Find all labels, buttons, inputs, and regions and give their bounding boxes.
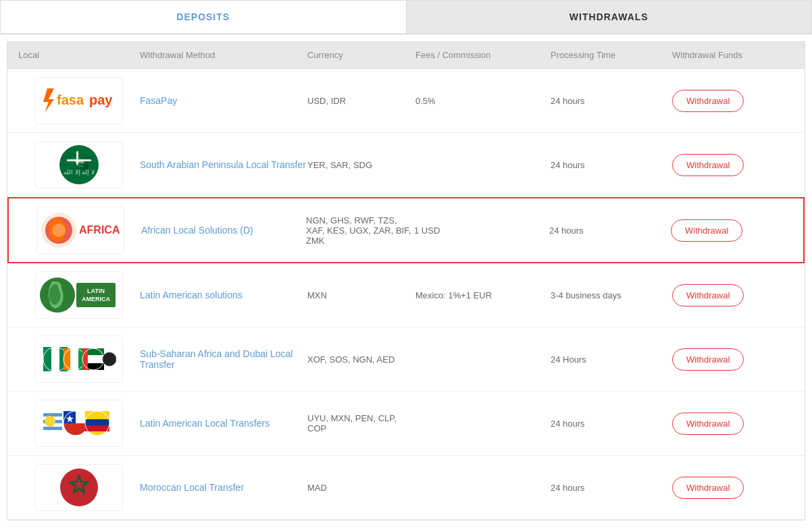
svg-rect-45 (85, 411, 109, 419)
svg-point-49 (60, 469, 98, 506)
table-row: LATIN AMERICA Latin American solutions M… (7, 263, 805, 327)
table-row: fasa pay FasaPay USD, IDR 0.5% 24 hours … (7, 69, 805, 133)
logo-cell-latin-american: LATIN AMERICA (18, 271, 140, 319)
withdrawal-button-south-arabian[interactable]: Withdrawal (672, 154, 744, 176)
table-row: Moroccan Local Transfer MAD 24 hours Wit… (7, 456, 805, 520)
tabs-container: DEPOSITS WITHDRAWALS (0, 0, 812, 34)
logo-box-sub-saharan (35, 336, 123, 383)
button-cell-moroccan: Withdrawal (672, 477, 794, 499)
logo-box-latin-local (35, 400, 123, 447)
fees-latin-american: Mexico: 1%+1 EUR (415, 290, 551, 300)
tab-withdrawals[interactable]: WITHDRAWALS (406, 0, 813, 34)
svg-rect-23 (70, 348, 78, 370)
svg-text:AFRICA: AFRICA (79, 224, 120, 236)
svg-point-10 (52, 223, 66, 237)
moroccan-flag-svg (59, 467, 99, 508)
withdrawal-button-fasapay[interactable]: Withdrawal (672, 90, 744, 112)
withdrawal-button-moroccan[interactable]: Withdrawal (672, 477, 744, 499)
header-funds: Withdrawal Funds (672, 50, 794, 60)
svg-rect-29 (88, 355, 104, 363)
svg-rect-5 (67, 159, 91, 161)
svg-text:لا إله إلا الله: لا إله إلا الله (64, 169, 95, 176)
svg-rect-37 (43, 427, 62, 430)
currency-moroccan: MAD (307, 483, 415, 493)
button-cell-sub-saharan: Withdrawal (672, 348, 794, 371)
header-processing: Processing Time (551, 50, 672, 60)
header-local: Local (18, 50, 140, 60)
table-row: 🇸🇦 لا إله إلا الله South Arabian Peninsu… (7, 133, 805, 197)
currency-african: NGN, GHS, RWF, TZS, XAF, KES, UGX, ZAR, … (306, 215, 414, 246)
svg-point-38 (45, 416, 55, 427)
svg-rect-28 (88, 348, 104, 355)
method-fasapay: FasaPay (140, 95, 307, 106)
svg-rect-30 (88, 363, 104, 370)
processing-fasapay: 24 hours (551, 96, 672, 106)
method-moroccan: Moroccan Local Transfer (140, 482, 307, 493)
svg-text:LATIN: LATIN (87, 288, 105, 294)
svg-rect-47 (85, 425, 109, 431)
withdrawal-button-sub-saharan[interactable]: Withdrawal (672, 348, 744, 371)
withdrawals-table: Local Withdrawal Method Currency Fees / … (7, 41, 805, 521)
withdrawal-button-latin-american[interactable]: Withdrawal (672, 284, 744, 307)
processing-african: 24 hours (549, 225, 671, 236)
button-cell-latin-american: Withdrawal (672, 284, 794, 307)
sub-saharan-logo-svg (42, 342, 116, 376)
african-logo-svg: AFRICA (40, 210, 121, 250)
logo-box-south-arabian: 🇸🇦 لا إله إلا الله (35, 141, 123, 188)
processing-sub-saharan: 24 Hours (551, 354, 672, 365)
svg-text:AMERICA: AMERICA (82, 296, 110, 302)
header-currency: Currency (307, 50, 415, 60)
svg-rect-17 (43, 347, 51, 371)
svg-rect-13 (76, 283, 116, 307)
method-sub-saharan: Sub-Saharan Africa and Dubai Local Trans… (140, 348, 307, 370)
logo-cell-moroccan (18, 464, 140, 511)
processing-moroccan: 24 hours (551, 483, 672, 493)
logo-cell-fasapay: fasa pay (18, 77, 140, 124)
processing-latin-local: 24 hours (551, 419, 672, 429)
fasapay-logo-svg: fasa pay (42, 87, 116, 114)
processing-south-arabian: 24 hours (551, 160, 672, 170)
header-method: Withdrawal Method (140, 50, 307, 60)
logo-cell-latin-local (18, 400, 140, 447)
header-fees: Fees / Commission (415, 50, 551, 60)
logo-box-moroccan (35, 464, 123, 511)
currency-sub-saharan: XOF, SOS, NGN, AED (307, 354, 415, 365)
svg-text:pay: pay (89, 92, 113, 107)
processing-latin-american: 3-4 business days (551, 290, 672, 300)
fees-fasapay: 0.5% (415, 96, 551, 106)
table-row: AFRICA African Local Solutions (D) NGN, … (7, 197, 805, 263)
withdrawal-button-latin-local[interactable]: Withdrawal (672, 413, 744, 435)
logo-cell-sub-saharan (18, 336, 140, 383)
tab-deposits[interactable]: DEPOSITS (0, 0, 406, 34)
button-cell-african: Withdrawal (671, 219, 792, 242)
svg-rect-6 (76, 151, 78, 165)
currency-latin-american: MXN (307, 290, 415, 300)
latin-local-logo-svg (42, 406, 116, 440)
method-latin-local: Latin American Local Transfers (140, 418, 307, 429)
button-cell-fasapay: Withdrawal (672, 90, 794, 112)
table-row: Latin American Local Transfers UYU, MXN,… (7, 392, 805, 456)
currency-latin-local: UYU, MXN, PEN, CLP, COP (307, 413, 415, 433)
method-south-arabian: South Arabian Peninsula Local Transfer (140, 159, 307, 170)
currency-fasapay: USD, IDR (307, 96, 415, 106)
latin-america-logo-svg: LATIN AMERICA (39, 275, 120, 315)
button-cell-latin-local: Withdrawal (672, 413, 794, 435)
svg-rect-18 (51, 347, 59, 371)
logo-cell-south-arabian: 🇸🇦 لا إله إلا الله (18, 141, 140, 188)
table-header: Local Withdrawal Method Currency Fees / … (7, 42, 805, 69)
withdrawal-button-african[interactable]: Withdrawal (671, 219, 742, 242)
fees-african: 1 USD (414, 225, 549, 236)
method-latin-american: Latin American solutions (140, 290, 307, 300)
svg-rect-35 (43, 413, 62, 417)
logo-box-african: AFRICA (36, 207, 124, 254)
logo-box-latin-american: LATIN AMERICA (35, 271, 123, 319)
svg-rect-46 (85, 419, 109, 425)
logo-cell-african: AFRICA (20, 207, 141, 254)
south-arabian-flag-svg: 🇸🇦 لا إله إلا الله (59, 144, 99, 185)
method-african: African Local Solutions (D) (141, 225, 306, 236)
button-cell-south-arabian: Withdrawal (672, 154, 794, 176)
table-row: Sub-Saharan Africa and Dubai Local Trans… (7, 327, 805, 392)
svg-marker-0 (43, 88, 54, 113)
logo-box-fasapay: fasa pay (35, 77, 123, 124)
svg-text:fasa: fasa (57, 92, 84, 107)
